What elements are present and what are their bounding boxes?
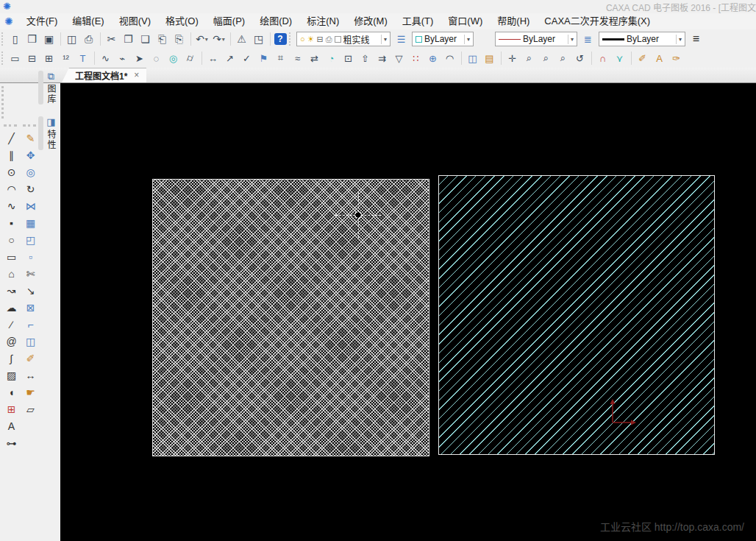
stretch-tool[interactable]: ▫ bbox=[21, 249, 40, 265]
cut-button[interactable]: ✂ bbox=[103, 31, 120, 47]
menu-item[interactable]: 绘图(D) bbox=[252, 13, 299, 29]
zigzag-line-button[interactable]: ⌁ bbox=[114, 50, 131, 66]
sketch-tool[interactable]: ✎ bbox=[21, 130, 40, 146]
cloud-line-tool[interactable]: ☁ bbox=[2, 300, 21, 316]
undo-button[interactable]: ↶▾ bbox=[193, 31, 210, 47]
sidebar-tab-library[interactable]: ⧉ 图库 bbox=[38, 71, 60, 105]
mirror-tool[interactable]: ⋈ bbox=[21, 198, 40, 214]
title-block-button[interactable]: ⊟ bbox=[24, 50, 40, 66]
zoom-dynamic-button[interactable]: ⌕ bbox=[521, 50, 538, 66]
color-combo-arrow-icon[interactable]: ▾ bbox=[464, 35, 471, 44]
circle-tool[interactable]: ⊙ bbox=[2, 164, 21, 180]
trim-tool[interactable]: ✄ bbox=[21, 266, 40, 282]
wave-line-button[interactable]: ∿ bbox=[97, 50, 114, 66]
dim-arrow-button[interactable]: ⇧ bbox=[357, 50, 374, 66]
edit-node-button[interactable]: ✑ bbox=[668, 50, 685, 66]
toolbar-grip[interactable] bbox=[1, 32, 5, 46]
point-tool[interactable]: ▪ bbox=[2, 215, 21, 231]
measure-button[interactable]: ▤ bbox=[481, 50, 498, 66]
color-wheel-button[interactable] bbox=[476, 31, 493, 47]
save-file-button[interactable]: ▣ bbox=[40, 31, 57, 47]
view-manager-button[interactable]: ◫ bbox=[464, 50, 481, 66]
dim-tolerance-button[interactable]: ⌗ bbox=[272, 50, 289, 66]
bom-table-button[interactable]: T bbox=[74, 50, 91, 66]
quadrant-button[interactable]: ⊕ bbox=[424, 50, 441, 66]
detail-view-tool[interactable]: ⊶ bbox=[2, 435, 21, 451]
curve-tool[interactable]: ↝ bbox=[2, 283, 21, 299]
layer-combo-arrow-icon[interactable]: ▾ bbox=[381, 35, 388, 44]
menu-item[interactable]: 格式(O) bbox=[158, 13, 206, 29]
balloon-button[interactable]: ◎ bbox=[165, 50, 182, 66]
chamfer-tool[interactable]: ⌐ bbox=[21, 317, 40, 333]
toolbar-grip[interactable] bbox=[289, 32, 293, 46]
segment-tool[interactable]: ∕ bbox=[2, 317, 21, 333]
menu-item[interactable]: 工具(T) bbox=[395, 13, 441, 29]
copy-basepoint-button[interactable]: ❏ bbox=[137, 31, 154, 47]
polygon-tool[interactable]: ⌂ bbox=[2, 266, 21, 282]
helix-tool[interactable]: @ bbox=[2, 333, 21, 350]
hatch-filled-square[interactable] bbox=[438, 175, 715, 455]
linetype-combo[interactable]: ByLayer ▾ bbox=[495, 32, 577, 46]
sidebar-tab-properties[interactable]: ◨ 特性 bbox=[38, 116, 60, 150]
snap-magnet-button[interactable]: ∩ bbox=[594, 50, 611, 66]
menu-item[interactable]: 视图(V) bbox=[112, 13, 158, 29]
copy-tool[interactable]: ◎ bbox=[21, 164, 40, 180]
lineweight-settings-button[interactable]: ≡ bbox=[688, 31, 705, 47]
edit-text-button[interactable]: A bbox=[651, 50, 668, 66]
edit-dimension-button[interactable]: ✐ bbox=[634, 50, 651, 66]
toolbar-drag-handle[interactable] bbox=[4, 124, 17, 127]
insert-table-tool[interactable]: ⊞ bbox=[2, 401, 21, 417]
menu-item[interactable]: 编辑(E) bbox=[65, 13, 111, 29]
formula-curve-tool[interactable]: ∫ bbox=[2, 350, 21, 367]
paste-button[interactable]: ⎗ bbox=[154, 31, 171, 47]
ellipse-tool[interactable]: ○ bbox=[2, 232, 21, 248]
lasso-select-button[interactable]: ◌ bbox=[148, 50, 165, 66]
insert-image-button[interactable]: ◫ bbox=[63, 31, 80, 47]
edge-clip-tool[interactable]: ⊠ bbox=[21, 300, 40, 316]
zoom-previous-button[interactable]: ↺ bbox=[571, 50, 588, 66]
array-tool[interactable]: ▦ bbox=[21, 215, 40, 231]
doc-package-button[interactable]: ◳ bbox=[250, 31, 267, 47]
dimension-edit-tool[interactable]: ✐ bbox=[21, 350, 40, 367]
hatch-tool[interactable]: ▨ bbox=[2, 367, 21, 383]
dimension-tool[interactable]: ↔ bbox=[21, 367, 40, 383]
document-tab[interactable]: 工程图文档1* × bbox=[62, 68, 146, 82]
drawing-canvas[interactable]: 工业云社区 http://top.caxa.com/ bbox=[60, 83, 756, 541]
panel-drag-handle[interactable] bbox=[1, 86, 4, 119]
rectangle-tool[interactable]: ▭ bbox=[2, 249, 21, 265]
tab-close-icon[interactable]: × bbox=[134, 70, 139, 80]
properties-tool[interactable]: ☛ bbox=[21, 384, 40, 400]
point-style-button[interactable]: ∷ bbox=[407, 50, 424, 66]
linetype-manager-button[interactable]: ≣ bbox=[580, 31, 596, 47]
dim-angle-button[interactable]: ◔ bbox=[323, 50, 340, 66]
param-table-button[interactable]: ⊞ bbox=[40, 50, 57, 66]
dim-swap-button[interactable]: ⇄ bbox=[306, 50, 323, 66]
toolbar-drag-handle[interactable] bbox=[23, 124, 36, 127]
doc-check-button[interactable]: ⚠ bbox=[233, 31, 250, 47]
paper-frame-button[interactable]: ▭ bbox=[7, 50, 24, 66]
lineweight-combo[interactable]: ByLayer ▾ bbox=[599, 32, 685, 46]
new-file-button[interactable]: ▯ bbox=[7, 31, 24, 47]
move-tool[interactable]: ✥ bbox=[21, 147, 40, 163]
toolbar-grip[interactable] bbox=[1, 52, 5, 65]
color-combo[interactable]: ByLayer ▾ bbox=[412, 32, 474, 46]
menu-item[interactable]: 幅面(P) bbox=[206, 13, 252, 29]
dim-box-button[interactable]: ⊡ bbox=[340, 50, 357, 66]
parallel-line-tool[interactable]: ∥ bbox=[2, 147, 21, 163]
zoom-window-button[interactable]: ⌕ bbox=[538, 50, 554, 66]
block-tool[interactable]: ◫ bbox=[21, 333, 40, 350]
open-file-button[interactable]: ❒ bbox=[24, 31, 40, 47]
fillet-tool[interactable]: ◰ bbox=[21, 232, 40, 248]
rotate-tool[interactable]: ↻ bbox=[21, 181, 40, 197]
dim-leader-button[interactable]: ↗ bbox=[221, 50, 238, 66]
spline-tool[interactable]: ∿ bbox=[2, 198, 21, 214]
dim-linear-button[interactable]: ↔ bbox=[204, 50, 221, 66]
redo-button[interactable]: ↷▾ bbox=[210, 31, 227, 47]
stamp-tool[interactable]: ▱ bbox=[21, 401, 40, 417]
print-button[interactable]: ⎙ bbox=[80, 31, 97, 47]
menu-item[interactable]: 标注(N) bbox=[299, 13, 346, 29]
layer-manager-button[interactable]: ☰ bbox=[393, 31, 410, 47]
dim-smooth-button[interactable]: ≈ bbox=[289, 50, 306, 66]
linetype-combo-arrow-icon[interactable]: ▾ bbox=[568, 35, 575, 44]
help-button[interactable]: ? bbox=[273, 31, 288, 47]
